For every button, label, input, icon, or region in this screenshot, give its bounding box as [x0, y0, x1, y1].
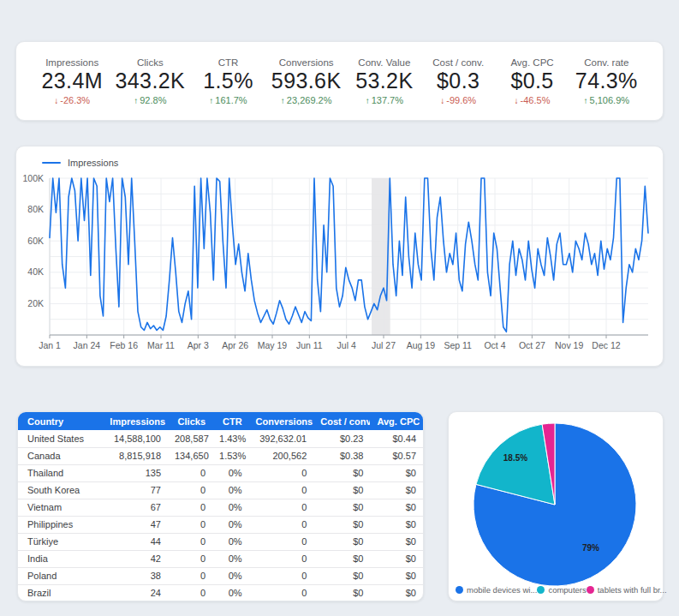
pie-legend-item-computers[interactable]: computers	[537, 585, 586, 595]
country-table-body: United States14,588,100208,5871.43%392,6…	[18, 430, 423, 601]
x-tick-label: Jan 24	[74, 340, 101, 350]
y-tick-label: 60K	[27, 236, 44, 246]
table-row-vietnam[interactable]: Vietnam6700%0$0$0	[18, 499, 423, 516]
metric-cell: $0	[370, 481, 423, 499]
metric-cell: 0%	[212, 550, 249, 567]
table-row-united-states[interactable]: United States14,588,100208,5871.43%392,6…	[18, 430, 423, 447]
column-header-ctr[interactable]: CTR	[212, 412, 249, 430]
timeseries-panel: Impressions 20K40K60K80K100KJan 1Jan 24F…	[15, 146, 664, 367]
delta-up-arrow-icon: ↑	[366, 96, 370, 105]
scorecard-metric-label: Conv. rate	[575, 57, 638, 68]
metric-cell: 47	[103, 516, 168, 533]
scorecard-impressions: Impressions23.4M↓-26.3%	[41, 57, 103, 105]
scorecard-delta-value: 137.7%	[372, 95, 403, 105]
metric-cell: $0.57	[370, 447, 423, 464]
table-row-brazil[interactable]: Brazil2400%0$0$0	[18, 584, 423, 601]
metric-cell: 67	[103, 499, 168, 516]
metric-cell: $0	[370, 516, 423, 533]
column-header-cost-conv[interactable]: Cost / conv.	[313, 412, 370, 430]
x-tick-label: Mar 11	[147, 340, 175, 350]
impressions-series-line[interactable]	[50, 178, 648, 332]
metric-cell: 0	[249, 516, 314, 533]
metric-cell: 1.53%	[212, 447, 249, 464]
pie-legend-item-mobile-devices-wi[interactable]: mobile devices wi...	[456, 585, 537, 595]
column-header-impressions[interactable]: Impressions▼	[103, 412, 168, 430]
x-tick-label: Feb 16	[110, 340, 138, 350]
y-tick-label: 40K	[27, 266, 44, 277]
scorecard-delta: ↓-46.5%	[502, 95, 563, 105]
country-cell: Türkiye	[18, 533, 103, 550]
metric-cell: $0	[370, 533, 423, 550]
scorecard-metric-label: Clicks	[116, 57, 186, 68]
x-tick-label: Dec 12	[592, 340, 620, 350]
column-header-clicks[interactable]: Clicks	[168, 412, 212, 430]
metric-cell: 0%	[212, 499, 249, 516]
x-tick-label: Jul 27	[372, 340, 396, 350]
column-header-avg-cpc[interactable]: Avg. CPC	[370, 412, 423, 430]
device-pie-chart[interactable]: 79%18.5%	[449, 412, 664, 590]
delta-up-arrow-icon: ↑	[584, 96, 588, 105]
scorecard-value: $0.3	[427, 69, 489, 93]
table-row-thailand[interactable]: Thailand13500%0$0$0	[18, 464, 423, 481]
delta-down-arrow-icon: ↓	[515, 96, 519, 105]
scorecard-delta-value: 92.8%	[140, 95, 166, 105]
impressions-line-chart[interactable]: 20K40K60K80K100KJan 1Jan 24Feb 16Mar 11A…	[16, 147, 664, 366]
table-row-philippines[interactable]: Philippines4700%0$0$0	[18, 516, 423, 533]
metric-cell: 1.43%	[212, 430, 249, 447]
metric-cell: 392,632.01	[249, 430, 314, 447]
scorecard-avg-cpc: Avg. CPC$0.5↓-46.5%	[502, 57, 563, 105]
scorecard-metric-label: Avg. CPC	[502, 57, 563, 68]
metric-cell: 0%	[212, 584, 249, 601]
metric-cell: 0	[168, 499, 212, 516]
scorecard-delta: ↑92.8%	[116, 95, 186, 105]
delta-up-arrow-icon: ↑	[209, 96, 213, 105]
table-row-poland[interactable]: Poland3800%0$0$0	[18, 567, 423, 584]
scorecard-value: 23.4M	[41, 69, 103, 93]
country-cell: India	[18, 550, 103, 567]
column-header-conversions[interactable]: Conversions	[249, 412, 314, 430]
column-header-country[interactable]: Country	[18, 412, 103, 430]
metric-cell: 0	[249, 584, 314, 601]
scorecard-delta-value: 161.7%	[215, 95, 247, 105]
pie-legend-item-tablets-with-full-br[interactable]: tablets with full br...	[587, 585, 667, 595]
metric-cell: 0	[168, 464, 212, 481]
metric-cell: 8,815,918	[103, 447, 168, 464]
country-cell: Thailand	[18, 464, 103, 481]
scorecard-value: 74.3%	[575, 69, 638, 93]
metric-cell: 0	[168, 481, 212, 499]
metric-cell: 0	[249, 481, 314, 499]
x-tick-label: Jun 11	[296, 340, 323, 350]
metric-cell: 0%	[212, 567, 249, 584]
metric-cell: 0	[249, 567, 314, 584]
pie-legend-label: tablets with full br...	[598, 585, 667, 595]
table-row-canada[interactable]: Canada8,815,918134,6501.53%200,562$0.38$…	[18, 447, 423, 464]
metric-cell: 208,587	[168, 430, 212, 447]
metric-cell: $0	[313, 533, 370, 550]
scorecard-delta-value: -46.5%	[521, 95, 551, 105]
pie-legend: mobile devices wi...computerstablets wit…	[456, 585, 656, 595]
scorecard-clicks: Clicks343.2K↑92.8%	[116, 57, 186, 105]
x-axis-labels: Jan 1Jan 24Feb 16Mar 11Apr 3Apr 26May 19…	[39, 335, 621, 350]
table-row-india[interactable]: India4200%0$0$0	[18, 550, 423, 567]
metric-cell: 134,650	[168, 447, 212, 464]
country-cell: Vietnam	[18, 499, 103, 516]
metric-cell: 0%	[212, 516, 249, 533]
metric-cell: 0	[168, 533, 212, 550]
x-tick-label: Oct 27	[519, 340, 545, 350]
metric-cell: $0	[370, 550, 423, 567]
chart-gridlines	[50, 178, 648, 335]
x-tick-label: Aug 19	[407, 340, 435, 350]
scorecard-delta: ↑137.7%	[354, 95, 415, 105]
metric-cell: 0	[168, 550, 212, 567]
metric-cell: 0%	[212, 533, 249, 550]
country-cell: Philippines	[18, 516, 103, 533]
scorecard-delta-value: 23,269.2%	[287, 95, 332, 105]
table-row-south-korea[interactable]: South Korea7700%0$0$0	[18, 481, 423, 499]
scorecard-delta: ↑5,106.9%	[575, 95, 638, 105]
scorecard-delta-value: -99.6%	[446, 95, 476, 105]
y-tick-label: 80K	[27, 204, 44, 214]
scorecard-cost-conv: Cost / conv.$0.3↓-99.6%	[427, 57, 489, 105]
pie-legend-label: mobile devices wi...	[467, 585, 537, 595]
table-row-t-rkiye[interactable]: Türkiye4400%0$0$0	[18, 533, 423, 550]
metric-cell: $0.44	[370, 430, 423, 447]
